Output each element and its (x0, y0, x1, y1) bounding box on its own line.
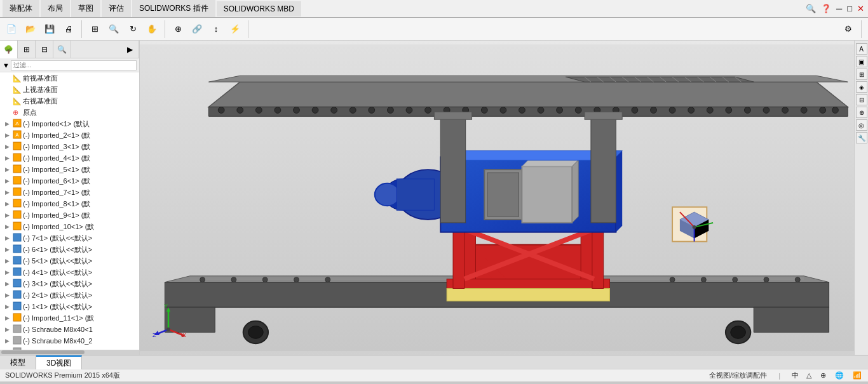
search-icon[interactable]: 🔍 (804, 3, 817, 15)
3d-viewport[interactable]: Y X Z (140, 41, 854, 355)
svg-point-44 (701, 277, 706, 282)
svg-rect-20 (13, 325, 21, 333)
right-panel: A ▣ ⊞ ◈ ⊟ ⊕ ◎ 🔧 (854, 41, 868, 355)
menu-tab-evaluate[interactable]: 评估 (102, 0, 131, 17)
rp-btn-8[interactable]: 🔧 (856, 132, 867, 143)
svg-marker-50 (208, 107, 848, 117)
svg-point-37 (731, 326, 746, 339)
svg-rect-4 (13, 142, 21, 150)
svg-rect-21 (13, 336, 21, 344)
tree-item-imported3[interactable]: ▶ (-) Imported_3<1> (默 (0, 141, 139, 152)
tree-item-imported9[interactable]: ▶ (-) Imported_9<1> (默 (0, 209, 139, 221)
tree-item-imported1[interactable]: ▶ A (-) Imported<1> (默认 (0, 118, 139, 129)
tree-item-schraube2[interactable]: ▶ (-) Schraube M8x40_2 (0, 335, 139, 347)
svg-point-68 (275, 107, 281, 114)
svg-point-97 (820, 107, 826, 114)
svg-rect-106 (447, 288, 609, 301)
tree-item-6[interactable]: ▶ (-) 6<1> (默认<<默认> (0, 244, 139, 255)
svg-point-94 (763, 107, 770, 114)
svg-rect-6 (13, 165, 21, 173)
tree-item-schraube1[interactable]: ▶ (-) Schraube M8x40<1 (0, 324, 139, 335)
tree-item-5[interactable]: ▶ (-) 5<1> (默认<<默认> (0, 255, 139, 267)
tree-item-front-plane[interactable]: 📐 前视基准面 (0, 72, 139, 84)
svg-point-79 (481, 107, 487, 114)
insert-component-btn[interactable]: ⊕ (169, 20, 187, 38)
property-manager-tab[interactable]: ⊞ (18, 41, 36, 58)
panel-tabs: 🌳 ⊞ ⊟ 🔍 ▶ (0, 41, 139, 58)
svg-point-90 (688, 107, 695, 114)
tree-item-imported8[interactable]: ▶ (-) Imported_8<1> (默 (0, 198, 139, 209)
save-btn[interactable]: 💾 (41, 20, 58, 38)
rp-btn-3[interactable]: ⊞ (856, 69, 867, 80)
help-icon[interactable]: ❓ (820, 3, 832, 15)
svg-rect-105 (447, 279, 609, 289)
print-btn[interactable]: 🖨 (60, 20, 78, 38)
svg-point-71 (331, 107, 337, 114)
tree-item-imported2[interactable]: ▶ A (-) Imported_2<1> (默 (0, 129, 139, 141)
rotate-btn[interactable]: ↻ (124, 20, 142, 38)
tree-item-imported10[interactable]: ▶ (-) Imported_10<1> (默 (0, 221, 139, 232)
svg-marker-113 (616, 151, 622, 232)
tree-item-7[interactable]: ▶ (-) 7<1> (默认<<默认> (0, 232, 139, 244)
tree-item-origin[interactable]: ⊕ 原点 (0, 107, 139, 118)
svg-rect-16 (13, 279, 21, 287)
new-btn[interactable]: 📄 (3, 20, 20, 38)
tree-item-4[interactable]: ▶ (-) 4<1> (默认<<默认> (0, 267, 139, 278)
zoom-in-btn[interactable]: 🔍 (105, 20, 123, 38)
tree-item-2[interactable]: ▶ (-) 2<1> (默认<<默认> (0, 289, 139, 301)
smart-mate-btn[interactable]: ⚡ (226, 20, 244, 38)
tree-item-top-plane[interactable]: 📐 上视基准面 (0, 84, 139, 95)
search-tab[interactable]: 🔍 (53, 41, 71, 58)
menu-tab-layout[interactable]: 布局 (41, 0, 70, 17)
tree-item-imported4[interactable]: ▶ (-) Imported_4<1> (默 (0, 152, 139, 164)
config-manager-tab[interactable]: ⊟ (36, 41, 53, 58)
status-app-info: SOLIDWORKS Premium 2015 x64版 (5, 371, 120, 380)
rp-btn-4[interactable]: ◈ (856, 81, 867, 93)
tree-item-imported11[interactable]: ▶ (-) Imported_11<1> (默 (0, 312, 139, 324)
tree-scrollbar[interactable] (0, 350, 139, 355)
minimize-icon[interactable]: ─ (835, 3, 843, 15)
svg-point-42 (325, 277, 330, 282)
close-icon[interactable]: ✕ (856, 3, 865, 15)
svg-rect-9 (13, 199, 21, 207)
svg-rect-17 (13, 291, 21, 298)
svg-rect-125 (591, 116, 616, 223)
svg-rect-14 (13, 256, 21, 264)
svg-text:Z: Z (153, 332, 156, 338)
rp-btn-2[interactable]: ▣ (856, 56, 867, 67)
menu-tab-sw-mbd[interactable]: SOLIDWORKS MBD (217, 1, 301, 17)
status-bar: SOLIDWORKS Premium 2015 x64版 全视图/缩放调配件 |… (0, 369, 868, 381)
status-icon1: △ (806, 371, 811, 380)
tree-item-imported5[interactable]: ▶ (-) Imported_5<1> (默 (0, 164, 139, 175)
rp-btn-7[interactable]: ◎ (856, 119, 867, 131)
tree-item-imported6[interactable]: ▶ (-) Imported_6<1> (默 (0, 175, 139, 187)
svg-point-135 (693, 225, 696, 229)
menu-tab-sketch[interactable]: 草图 (71, 0, 100, 17)
feature-tree-tab[interactable]: 🌳 (0, 41, 18, 58)
collapse-panel-btn[interactable]: ▶ (121, 41, 139, 58)
tree-item-right-plane[interactable]: 📐 右视基准面 (0, 95, 139, 107)
svg-rect-11 (13, 222, 21, 230)
menu-tab-sw-plugins[interactable]: SOLIDWORKS 插件 (132, 0, 215, 17)
svg-marker-48 (208, 82, 848, 107)
rp-btn-6[interactable]: ⊕ (856, 107, 867, 118)
open-btn[interactable]: 📂 (22, 20, 39, 38)
pan-btn[interactable]: ✋ (143, 20, 161, 38)
3d-view-tab[interactable]: 3D视图 (36, 355, 82, 369)
rp-btn-1[interactable]: A (856, 43, 867, 55)
svg-point-45 (733, 277, 738, 282)
options-btn[interactable]: ⚙ (839, 20, 857, 38)
tree-item-1[interactable]: ▶ (-) 1<1> (默认<<默认> (0, 301, 139, 312)
tree-item-imported7[interactable]: ▶ (-) Imported_7<1> (默 (0, 187, 139, 198)
tree-item-3[interactable]: ▶ (-) 3<1> (默认<<默认> (0, 278, 139, 289)
model-tab[interactable]: 模型 (0, 355, 36, 369)
mate-btn[interactable]: 🔗 (188, 20, 206, 38)
status-icon3: 🌐 (835, 371, 844, 380)
menu-tab-assembly[interactable]: 装配体 (3, 0, 39, 17)
zoom-fit-btn[interactable]: ⊞ (86, 20, 104, 38)
move-component-btn[interactable]: ↕ (207, 20, 225, 38)
rp-btn-5[interactable]: ⊟ (856, 94, 867, 105)
tree-filter-input[interactable] (11, 60, 137, 70)
status-lang[interactable]: 中 (792, 371, 799, 380)
maximize-icon[interactable]: □ (846, 3, 853, 15)
